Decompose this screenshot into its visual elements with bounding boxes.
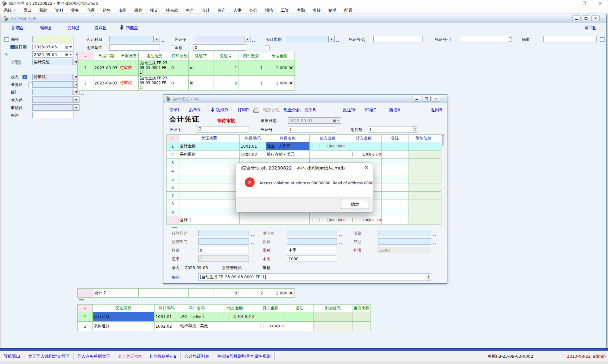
va-no-input[interactable]: 1 [288,126,336,133]
col-header[interactable]: 单据日期 [93,52,119,60]
ok-button[interactable]: 确定 [342,200,368,208]
col-header[interactable]: 科目名称 [266,135,310,142]
calendar-icon[interactable]: ▦ [65,45,68,49]
close-icon[interactable]: ✕ [432,96,440,102]
lookup-dots[interactable]: .. [252,38,255,43]
cash-allocate-button[interactable]: 现金分配 [283,107,301,113]
va-grid-row[interactable]: 2 采购退款 1002.02 银行存款 - 美元 100000 [167,151,441,159]
lookup-dots[interactable]: .. [251,240,254,245]
minimize-icon[interactable]: – [564,1,574,6]
bizhong-input[interactable]: 本币 [287,247,337,253]
col-header[interactable]: 借方金额 [215,305,255,312]
statusbar-item-active[interactable]: 会计凭证/VA [114,353,145,360]
col-header[interactable]: 凭证号 [213,52,238,60]
menu-item[interactable]: 采购 [130,8,146,13]
statusbar-item[interactable]: 会计凭证列表 [180,353,213,360]
dropdown-button[interactable] [328,36,335,42]
statusbar-item[interactable]: 导入业务单据凭证 [73,353,114,360]
chanpin-input[interactable] [378,238,431,245]
lookup-dots[interactable]: .. [336,38,339,43]
statusbar-item[interactable]: 单据编号规则和基本属性规则 [213,353,275,360]
back-button[interactable]: 返回B [431,107,442,113]
col-header[interactable]: 贷方金额 [346,135,382,142]
xiangmu-input[interactable] [378,230,431,236]
collapse-dash[interactable] [172,227,177,228]
maximize-icon[interactable]: ❐ [580,1,589,5]
col-header[interactable]: - [78,52,93,60]
menu-item[interactable]: 人事 [230,8,245,13]
va-beizhu-input[interactable]: [自动生成 FB-23-09-03-0001 FB-1]▲▼ [198,273,431,281]
statusbar-item[interactable]: 凭证导入规则定义管理 [24,353,73,360]
yewuyuan-combo[interactable] [32,81,73,88]
table-row[interactable]: 2 2023-09-03 待审核 [自动生成 FB-23-09-03-0002 … [78,76,295,91]
print-button[interactable]: 打印P [68,25,79,31]
dropdown-icon[interactable] [69,54,72,55]
menu-item[interactable]: 工资 [277,8,293,13]
col-header[interactable]: - [78,305,93,312]
edit-button[interactable]: 编辑E [40,25,51,31]
minimize-icon[interactable] [572,15,581,21]
checkbox-zhuangtai[interactable] [22,75,27,79]
va-grid-row[interactable]: 1 合计金额 1001.01 现金 - 人民币 100000 [167,142,441,151]
maximize-icon[interactable] [422,96,431,102]
date-to-input[interactable]: 2023-09-03▦ [32,51,73,58]
menu-item[interactable]: 考勤 [293,8,309,13]
back-button[interactable]: 返回B [584,25,596,31]
print-button[interactable]: 打印P [238,107,249,113]
pzh-qi-input[interactable] [373,36,423,42]
col-header[interactable]: 贷方金额 [255,305,286,312]
extract-button[interactable]: 提取R [94,25,106,31]
dropdown-icon[interactable] [69,46,72,48]
kemu-combo[interactable] [109,36,154,42]
col-header[interactable]: 凭证字 [189,52,213,60]
menu-item[interactable]: 市场 [115,8,130,13]
hesuanbumen-input[interactable] [198,238,249,245]
shenheyuan-combo[interactable] [32,104,73,111]
lookup-dots[interactable]: .. [161,38,164,43]
zhaiyao-input[interactable] [543,36,597,42]
table-row[interactable]: 1 2023-09-03 待审核 [自动生成 FB-23-09-03-0001 … [78,60,295,76]
col-header[interactable]: 凭证摘要 [93,305,155,312]
luruyuan-combo[interactable] [32,96,73,103]
col-header[interactable]: 借方金额 [310,135,346,142]
col-header[interactable]: 科目编码 [240,135,266,142]
menu-item[interactable]: 配置 [340,8,356,13]
pzh-zhi-input[interactable] [460,36,509,42]
menu-item[interactable]: 考核 [309,8,325,13]
gys-input[interactable] [287,230,337,236]
menu-item[interactable]: 收支 [146,8,162,13]
menu-item[interactable]: 系统 F [0,8,20,13]
unsend-button[interactable]: 反送审 [343,107,356,113]
va-date-input[interactable]: 2023-09-03▦ [288,117,341,124]
mingxi-input[interactable] [109,44,160,51]
checkbox-bianhao[interactable] [4,37,9,42]
col-header[interactable]: 备注 [382,135,409,142]
va-word-input[interactable]: 记 [196,126,249,133]
menu-item[interactable]: 招培 [261,8,277,13]
zhuangtai-combo[interactable]: 待审核 [32,74,73,80]
bianhao-input[interactable] [32,36,73,42]
menu-item[interactable]: 资料 [51,8,67,13]
maximize-icon[interactable] [582,15,590,21]
table-row[interactable]: 1 合计金额 1001.01 现金 - 人民币 100000 [78,312,370,322]
col-header[interactable]: 打印次数 [170,52,189,60]
table-row[interactable]: 2 采购退款 1002.02 银行存款 - 美元 100000 [78,322,370,331]
lookup-dots[interactable]: .. [433,240,436,245]
col-header[interactable]: 附加信息 [314,305,352,312]
beizhu-input[interactable] [32,112,73,118]
add-group-button[interactable]: 增加分组 [263,107,280,113]
menu-item[interactable]: 往来款 [162,8,182,13]
minimize-icon[interactable] [413,96,421,102]
bumen-combo[interactable] [32,89,73,95]
col-header[interactable]: 备注 [286,305,314,312]
date-from-input[interactable]: 2023-07-05▦ [32,44,73,50]
lookup-dots[interactable]: .. [339,240,342,245]
col-header[interactable]: 凭证摘要 [179,135,240,142]
close-icon[interactable]: ✕ [591,15,600,21]
zhouqi-combo[interactable] [287,36,328,42]
dropdown-button[interactable] [154,36,160,42]
statusbar-item[interactable]: 其他收款单/FB [145,353,180,360]
col-header[interactable]: 附加信息 [409,135,438,142]
col-header[interactable]: - [167,135,179,142]
printer-icon[interactable] [253,108,259,113]
